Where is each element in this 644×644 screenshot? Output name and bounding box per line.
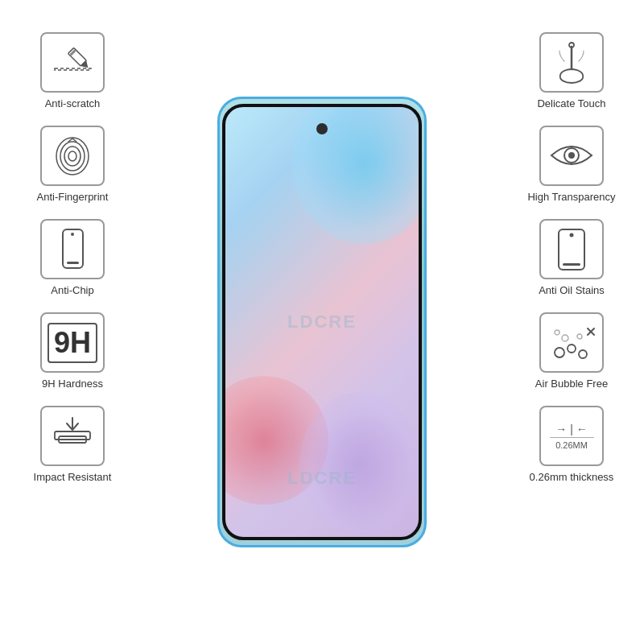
anti-scratch-label: Anti-scratch — [45, 97, 101, 109]
svg-point-5 — [64, 147, 80, 166]
feature-air-bubble-free: Air Bubble Free — [507, 312, 636, 390]
feature-anti-chip: Anti-Chip — [8, 219, 137, 296]
feature-thickness: → | ← 0.26MM 0.26mm thickness — [507, 406, 636, 483]
svg-point-25 — [562, 335, 568, 341]
feature-high-transparency: High Transparency — [507, 126, 636, 203]
svg-rect-13 — [55, 431, 90, 440]
watermark-bottom: LDCRE — [287, 468, 357, 489]
impact-label: Impact Resistant — [34, 471, 112, 483]
feature-anti-oil: Anti Oil Stains — [507, 219, 636, 296]
blob3 — [299, 392, 420, 537]
eye-icon — [547, 134, 596, 178]
svg-point-26 — [577, 334, 582, 339]
main-container: Anti-scratch Anti-Fingerprint — [0, 0, 644, 644]
touch-icon — [550, 39, 594, 87]
left-features: Anti-scratch Anti-Fingerprint — [8, 32, 137, 483]
feature-anti-fingerprint: Anti-Fingerprint — [8, 126, 137, 203]
thickness-arrows: → | ← — [555, 423, 588, 436]
camera-hole — [316, 123, 328, 134]
anti-fingerprint-label: Anti-Fingerprint — [37, 191, 109, 203]
anti-fingerprint-icon-box — [40, 126, 105, 186]
air-bubble-icon-box — [539, 312, 604, 373]
svg-point-22 — [555, 348, 564, 357]
svg-point-11 — [71, 233, 74, 236]
right-features: Delicate Touch High Transparency — [507, 32, 636, 483]
anti-scratch-icon — [51, 40, 95, 85]
anti-chip-icon — [55, 225, 91, 274]
thickness-value: 0.26MM — [550, 437, 594, 450]
9h-text: 9H — [47, 323, 97, 363]
svg-marker-2 — [80, 60, 91, 71]
svg-point-23 — [568, 345, 576, 353]
feature-9h-hardness: 9H 9H Hardness — [8, 312, 137, 390]
impact-icon-box — [40, 406, 105, 466]
oil-icon — [552, 225, 591, 274]
anti-scratch-icon-box — [40, 32, 105, 93]
svg-point-4 — [68, 151, 76, 161]
watermark-top: LDCRE — [287, 312, 357, 332]
anti-fingerprint-icon — [51, 132, 95, 180]
phone-screen: LDCRE LDCRE — [224, 107, 420, 537]
svg-rect-0 — [55, 68, 91, 70]
feature-delicate-touch: Delicate Touch — [507, 32, 636, 109]
delicate-touch-label: Delicate Touch — [537, 97, 605, 109]
high-transparency-label: High Transparency — [527, 191, 615, 203]
high-transparency-icon-box — [539, 126, 604, 186]
thickness-icon-box: → | ← 0.26MM — [539, 406, 604, 466]
arrow-left: ← — [576, 423, 588, 436]
impact-icon — [48, 414, 97, 458]
air-bubble-label: Air Bubble Free — [535, 378, 608, 390]
9h-label: 9H Hardness — [42, 378, 103, 390]
svg-point-27 — [555, 330, 559, 335]
svg-point-7 — [56, 138, 89, 175]
svg-rect-21 — [563, 263, 580, 266]
anti-oil-label: Anti Oil Stains — [539, 284, 605, 296]
separator: | — [570, 423, 573, 436]
arrow-right: → — [555, 423, 567, 436]
svg-point-24 — [579, 350, 587, 358]
anti-chip-icon-box — [40, 219, 105, 279]
svg-point-20 — [570, 233, 574, 237]
anti-oil-icon-box — [539, 219, 604, 279]
delicate-touch-icon-box — [539, 32, 604, 93]
bubble-icon — [547, 320, 596, 365]
svg-point-18 — [568, 152, 575, 159]
feature-anti-scratch: Anti-scratch — [8, 32, 137, 109]
svg-rect-12 — [67, 262, 79, 264]
thickness-label: 0.26mm thickness — [530, 471, 614, 483]
phone-screen-inner: LDCRE LDCRE — [224, 107, 420, 537]
feature-impact-resistant: Impact Resistant — [8, 406, 137, 483]
9h-icon-box: 9H — [40, 312, 105, 373]
anti-chip-label: Anti-Chip — [51, 284, 93, 296]
phone-wrapper: LDCRE LDCRE — [201, 72, 443, 572]
blob1 — [291, 107, 420, 244]
phone-body: LDCRE LDCRE — [217, 97, 427, 547]
